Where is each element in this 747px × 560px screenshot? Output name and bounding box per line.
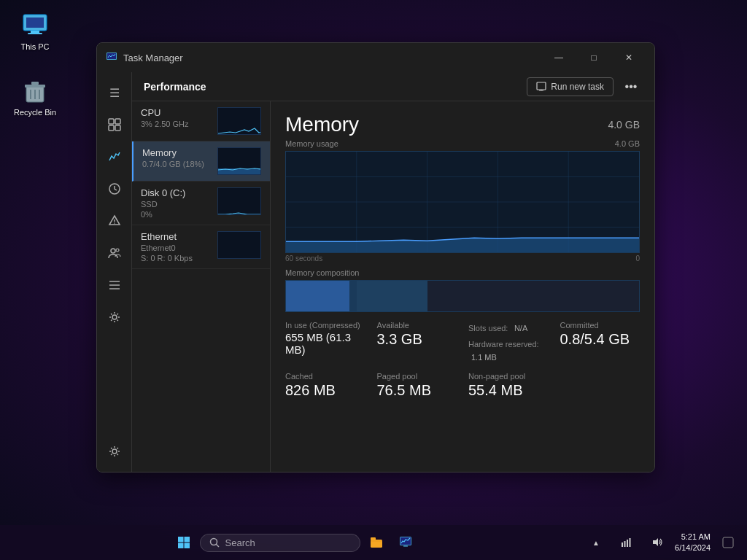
stats-grid: In use (Compressed) 655 MB (61.3 MB) Ava… <box>285 321 640 399</box>
svg-marker-55 <box>653 538 658 546</box>
disk-detail-pct: 0% <box>141 210 185 219</box>
sidebar-item-details[interactable] <box>100 271 129 300</box>
resource-item-cpu[interactable]: CPU 3% 2.50 GHz <box>132 101 270 141</box>
volume-status-icon <box>651 537 663 548</box>
minimize-button[interactable]: — <box>542 47 576 69</box>
stat-committed: Committed 0.8/5.4 GB <box>560 321 640 363</box>
task-manager-icon <box>106 52 117 63</box>
resource-item-memory[interactable]: Memory 0.7/4.0 GB (18%) <box>132 141 270 182</box>
memory-name: Memory <box>142 147 204 158</box>
stat-cached-label: Cached <box>285 372 365 381</box>
main-content: Performance Run new task ••• <box>132 72 654 472</box>
close-button[interactable]: ✕ <box>612 47 646 69</box>
svg-rect-51 <box>622 542 623 547</box>
cpu-mini-chart <box>217 107 261 135</box>
desktop-icon-recycle-bin[interactable]: Recycle Bin <box>6 73 64 120</box>
section-title: Performance <box>144 81 527 93</box>
comp-free <box>427 281 639 311</box>
search-bar[interactable]: Search <box>200 534 360 552</box>
taskbar: Search ▲ <box>0 525 747 560</box>
svg-rect-50 <box>403 545 408 547</box>
sidebar-item-users[interactable] <box>100 238 129 268</box>
svg-point-21 <box>114 222 115 224</box>
composition-bar <box>285 280 640 312</box>
search-label: Search <box>225 537 255 548</box>
memory-composition-section: Memory composition <box>285 268 640 312</box>
detail-total: 4.0 GB <box>608 113 640 131</box>
sidebar-settings[interactable] <box>100 437 129 466</box>
desktop-icon-this-pc[interactable]: This PC <box>6 7 64 54</box>
maximize-button[interactable]: □ <box>577 47 611 69</box>
ethernet-mini-chart <box>217 231 261 259</box>
svg-rect-2 <box>26 18 44 28</box>
sidebar-item-summary[interactable] <box>100 110 129 139</box>
sidebar-item-history[interactable] <box>100 174 129 203</box>
chart-labels: Memory usage 4.0 GB <box>285 139 640 148</box>
more-options-button[interactable]: ••• <box>619 75 643 98</box>
svg-rect-7 <box>25 85 45 88</box>
stat-cached: Cached 826 MB <box>285 372 365 399</box>
svg-point-22 <box>111 249 115 253</box>
start-button[interactable] <box>171 529 197 556</box>
stat-hwres-value: 1.1 MB <box>471 353 497 362</box>
svg-rect-14 <box>109 119 114 124</box>
window-body: ☰ <box>97 72 654 472</box>
sidebar-item-startup[interactable] <box>100 206 129 236</box>
stat-committed-label: Committed <box>560 321 640 330</box>
tray-chevron-button[interactable]: ▲ <box>583 529 609 556</box>
stat-hwres-label: Hardware reserved: <box>468 340 539 349</box>
svg-rect-4 <box>28 33 42 34</box>
disk-mini-chart <box>217 187 261 215</box>
chart-time-end: 0 <box>635 254 640 262</box>
memory-usage-chart <box>285 151 640 253</box>
comp-in-use <box>286 281 349 311</box>
stat-paged-pool: Paged pool 76.5 MB <box>377 372 457 399</box>
stat-available-label: Available <box>377 321 457 330</box>
chart-label: Memory usage <box>285 139 338 148</box>
taskbar-file-explorer[interactable] <box>363 529 390 556</box>
taskbar-task-manager[interactable] <box>392 529 419 556</box>
network-icon[interactable] <box>614 529 640 556</box>
svg-rect-8 <box>31 82 39 85</box>
chart-time-start: 60 seconds <box>285 254 322 262</box>
run-new-task-button[interactable]: Run new task <box>527 77 614 96</box>
ethernet-detail1: Ethernet0 <box>141 244 193 252</box>
svg-rect-42 <box>178 543 184 549</box>
volume-icon[interactable] <box>644 529 670 556</box>
notification-icon[interactable] <box>715 529 741 556</box>
svg-rect-29 <box>537 82 546 90</box>
title-bar: Task Manager — □ ✕ <box>97 43 654 72</box>
file-explorer-icon <box>369 535 384 550</box>
sidebar-item-services[interactable] <box>100 303 129 332</box>
svg-line-45 <box>216 545 219 548</box>
desktop-icon-label-this-pc: This PC <box>20 42 49 51</box>
stat-nonpaged-pool: Non-paged pool 55.4 MB <box>468 372 549 399</box>
resource-item-disk[interactable]: Disk 0 (C:) SSD 0% <box>132 182 270 225</box>
chart-max: 4.0 GB <box>615 139 640 148</box>
stat-in-use-label: In use (Compressed) <box>285 321 365 330</box>
system-clock[interactable]: 5:21 AM 6/14/2024 <box>675 532 711 554</box>
memory-mini-chart <box>217 147 261 175</box>
composition-label: Memory composition <box>285 268 640 277</box>
ethernet-name: Ethernet <box>141 231 193 242</box>
clock-time: 5:21 AM <box>675 532 711 542</box>
svg-rect-17 <box>115 125 120 131</box>
disk-name: Disk 0 (C:) <box>141 187 185 198</box>
stat-nonpaged-label: Non-paged pool <box>468 372 549 381</box>
svg-rect-53 <box>627 540 628 547</box>
recycle-bin-icon <box>20 76 50 105</box>
clock-date: 6/14/2024 <box>675 542 711 553</box>
comp-standby <box>357 281 427 311</box>
resource-item-ethernet[interactable]: Ethernet Ethernet0 S: 0 R: 0 Kbps <box>132 225 270 269</box>
chart-time-row: 60 seconds 0 <box>285 254 640 262</box>
sidebar-item-performance[interactable] <box>100 142 129 171</box>
stat-paged-value: 76.5 MB <box>377 382 457 399</box>
sidebar-item-hamburger[interactable]: ☰ <box>100 78 129 107</box>
stat-slots-label: Slots used: <box>468 324 508 332</box>
stat-in-use-value: 655 MB (61.3 MB) <box>285 331 365 356</box>
stat-nonpaged-value: 55.4 MB <box>468 382 549 399</box>
stat-slots-hardware: Slots used: N/A Hardware reserved: 1.1 M… <box>468 321 549 363</box>
task-manager-window: Task Manager — □ ✕ ☰ <box>96 42 655 472</box>
this-pc-icon <box>20 10 50 39</box>
svg-point-44 <box>210 539 217 545</box>
